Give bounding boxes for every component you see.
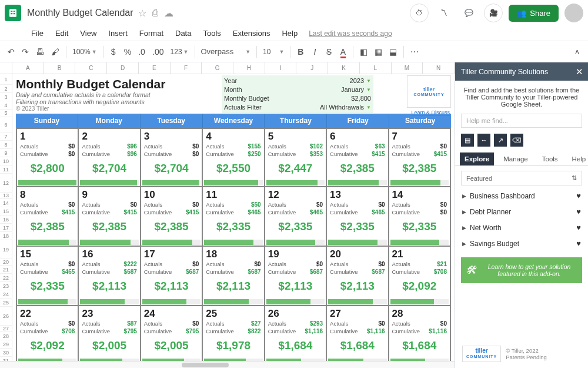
col-header-H[interactable]: H xyxy=(233,62,265,74)
month-select[interactable]: January▼ xyxy=(341,85,371,94)
row-header[interactable]: 15 xyxy=(0,207,12,216)
calendar-day[interactable]: 4Actuals$155Cumulative$250$2,550 xyxy=(202,128,263,187)
dec-more-icon[interactable]: .00 xyxy=(149,45,166,59)
row-header[interactable]: 6 xyxy=(0,117,12,132)
calendar-day[interactable]: 24Actuals$0Cumulative$795$2,005 xyxy=(140,306,202,366)
dec-less-icon[interactable]: .0 xyxy=(135,45,148,59)
row-header[interactable]: 18 xyxy=(0,232,12,240)
comments-icon[interactable]: 💬 xyxy=(459,4,478,22)
row-header[interactable]: 29 xyxy=(0,340,12,349)
number-format-select[interactable]: 123▼ xyxy=(168,48,191,56)
col-header-I[interactable]: I xyxy=(265,62,297,74)
row-header[interactable]: 1 xyxy=(0,74,12,85)
strike-icon[interactable]: S xyxy=(322,45,335,59)
cloud-icon[interactable]: ☁ xyxy=(164,8,173,19)
print-icon[interactable]: 🖶 xyxy=(33,45,47,59)
paint-format-icon[interactable]: 🖌 xyxy=(48,45,62,59)
calendar-day[interactable]: 23Actuals$87Cumulative$795$2,005 xyxy=(78,306,139,366)
row-header[interactable]: 17 xyxy=(0,224,12,232)
col-header-B[interactable]: B xyxy=(44,62,76,74)
row-header[interactable]: 22 xyxy=(0,274,12,282)
italic-icon[interactable]: I xyxy=(308,45,321,59)
row-header[interactable]: 28 xyxy=(0,332,12,340)
solution-item[interactable]: ▶Debt Planner♥ xyxy=(461,204,582,220)
solution-item[interactable]: ▶Business Dashboard♥ xyxy=(461,188,582,204)
tab-explore[interactable]: Explore xyxy=(460,152,494,165)
calendar-day[interactable]: 1Actuals$0Cumulative$0$2,800 xyxy=(16,128,78,187)
row-header[interactable]: 20 xyxy=(0,259,12,266)
calendar-day[interactable]: 8Actuals$0Cumulative$415$2,385 xyxy=(16,187,78,247)
row-header[interactable]: 2 xyxy=(0,85,12,93)
tab-tools[interactable]: Tools xyxy=(537,152,563,165)
row-header[interactable]: 21 xyxy=(0,266,12,274)
merge-icon[interactable]: ⬓ xyxy=(386,45,400,59)
col-header-F[interactable]: F xyxy=(171,62,202,74)
heart-icon[interactable]: ♥ xyxy=(576,223,581,232)
row-header[interactable]: 23 xyxy=(0,282,12,290)
tiller-logo[interactable]: tillerCOMMUNITY xyxy=(407,75,451,108)
calendar-day[interactable]: 3Actuals$0Cumulative$0$2,704 xyxy=(140,128,202,187)
sheets-logo[interactable] xyxy=(5,5,21,21)
row-header[interactable]: 13 xyxy=(0,193,12,199)
calendar-day[interactable]: 2Actuals$96Cumulative$96$2,704 xyxy=(78,128,139,187)
calendar-day[interactable]: 12Actuals$0Cumulative$465$2,335 xyxy=(264,187,326,247)
percent-icon[interactable]: % xyxy=(121,45,134,59)
undo-icon[interactable]: ↶ xyxy=(5,45,18,59)
calendar-day[interactable]: 13Actuals$0Cumulative$465$2,335 xyxy=(326,187,387,247)
calendar-day[interactable]: 19Actuals$0Cumulative$687$2,113 xyxy=(264,247,326,306)
row-header[interactable]: 27 xyxy=(0,326,12,332)
calendar-day[interactable]: 15Actuals$0Cumulative$465$2,335 xyxy=(16,247,78,306)
menu-insert[interactable]: Insert xyxy=(104,28,132,39)
move-icon[interactable]: ⎙ xyxy=(152,8,158,19)
calendar-day[interactable]: 18Actuals$0Cumulative$687$2,113 xyxy=(202,247,263,306)
star-icon[interactable]: ☆ xyxy=(138,8,146,19)
col-header-N[interactable]: N xyxy=(423,62,455,74)
redo-icon[interactable]: ↷ xyxy=(19,45,32,59)
filter-select[interactable]: All Withdrawals▼ xyxy=(320,103,371,112)
col-header-C[interactable]: C xyxy=(75,62,107,74)
bold-icon[interactable]: B xyxy=(294,45,307,59)
row-header[interactable]: 9 xyxy=(0,149,12,157)
calendar-day[interactable]: 27Actuals$0Cumulative$1,116$1,684 xyxy=(326,306,387,366)
share-button[interactable]: 👥 Share xyxy=(509,5,559,22)
borders-icon[interactable]: ▦ xyxy=(372,45,385,59)
zoom-select[interactable]: 100%▼ xyxy=(70,48,99,56)
col-header-M[interactable]: M xyxy=(392,62,423,74)
row-header[interactable]: 12 xyxy=(0,174,12,193)
font-size-select[interactable]: 10▼ xyxy=(260,48,286,56)
heart-icon[interactable]: ♥ xyxy=(576,191,581,200)
more-icon[interactable]: ⋯ xyxy=(407,45,422,59)
row-header[interactable]: 14 xyxy=(0,199,12,207)
text-color-icon[interactable]: A xyxy=(336,45,349,59)
history-icon[interactable]: ⏱ xyxy=(410,4,429,22)
close-icon[interactable]: ✕ xyxy=(576,67,583,77)
solution-item[interactable]: ▶Net Worth♥ xyxy=(461,220,582,236)
calendar-day[interactable]: 9Actuals$0Cumulative$415$2,385 xyxy=(78,187,139,247)
row-header[interactable]: 25 xyxy=(0,299,12,307)
meet-icon[interactable]: 🎥 xyxy=(484,4,503,22)
calendar-day[interactable]: 7Actuals$0Cumulative$415$2,385 xyxy=(388,128,450,187)
row-header[interactable]: 5 xyxy=(0,110,12,117)
document-title[interactable]: Monthly Budget Calendar xyxy=(27,8,133,18)
calendar-day[interactable]: 28Actuals$0Cumulative$1,116$1,684 xyxy=(388,306,450,366)
calendar-day[interactable]: 14Actuals$0Cumulative$0$2,335 xyxy=(388,187,450,247)
search-input[interactable]: Help me find... xyxy=(461,114,582,128)
learn-banner[interactable]: 🛠 Learn how to get your solution feature… xyxy=(461,257,582,283)
heart-icon[interactable]: ♥ xyxy=(576,207,581,216)
horizontal-scrollbar[interactable] xyxy=(0,361,455,368)
calendar-day[interactable]: 11Actuals$50Cumulative$465$2,335 xyxy=(202,187,263,247)
row-header[interactable]: 16 xyxy=(0,216,12,224)
font-select[interactable]: Overpass▼ xyxy=(199,47,253,56)
calendar-day[interactable]: 22Actuals$0Cumulative$708$2,092 xyxy=(16,306,78,366)
menu-file[interactable]: File xyxy=(27,28,48,39)
calendar-day[interactable]: 6Actuals$63Cumulative$415$2,385 xyxy=(326,128,387,187)
col-header-J[interactable]: J xyxy=(296,62,328,74)
tab-help[interactable]: Help xyxy=(567,152,588,165)
last-edit-link[interactable]: Last edit was seconds ago xyxy=(309,29,392,38)
col-header-A[interactable]: A xyxy=(12,62,44,74)
collapse-toolbar-icon[interactable]: ʌ xyxy=(570,48,583,56)
menu-help[interactable]: Help xyxy=(278,28,302,39)
calendar-day[interactable]: 26Actuals$293Cumulative$1,116$1,684 xyxy=(264,306,326,366)
calendar-day[interactable]: 17Actuals$0Cumulative$687$2,113 xyxy=(140,247,202,306)
col-header-K[interactable]: K xyxy=(328,62,360,74)
